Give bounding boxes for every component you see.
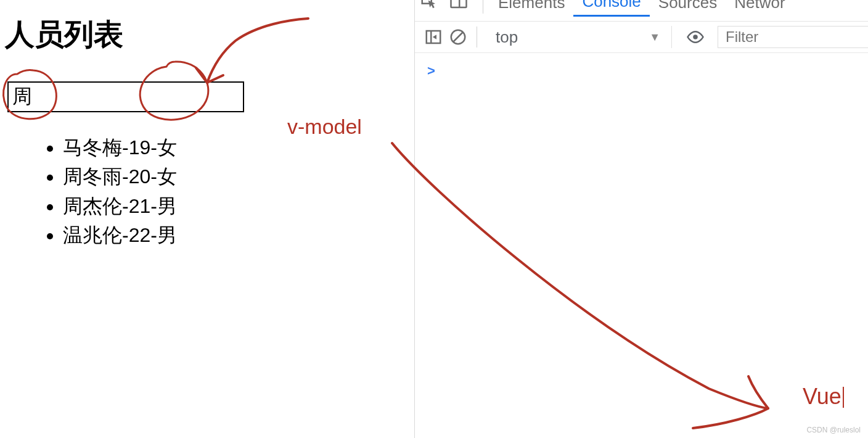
annotation-vue-text: Vue [803, 384, 844, 410]
tab-network[interactable]: Networ [726, 0, 793, 16]
filter-input-wrapper [7, 81, 244, 112]
separator [477, 27, 477, 48]
inspect-element-icon[interactable] [420, 0, 438, 15]
svg-point-4 [693, 35, 698, 39]
console-filter-input[interactable] [726, 28, 861, 46]
tab-elements[interactable]: Elements [489, 0, 573, 16]
page-title: 人员列表 [5, 15, 123, 54]
clear-console-icon[interactable] [446, 25, 470, 49]
tab-sources[interactable]: Sources [650, 0, 726, 16]
devtools-tab-bar: Elements Console Sources Networ [415, 0, 868, 19]
list-item: 周冬雨-20-女 [63, 162, 177, 191]
tab-console[interactable]: Console [573, 0, 649, 17]
execution-context-select[interactable]: top ▼ [487, 26, 672, 48]
person-list: 马冬梅-19-女 周冬雨-20-女 周杰伦-21-男 温兆伦-22-男 [38, 133, 177, 250]
chevron-down-icon: ▼ [649, 31, 660, 44]
watermark: CSDN @ruleslol [806, 426, 861, 434]
toggle-sidebar-icon[interactable] [421, 25, 446, 49]
list-item: 周杰伦-21-男 [63, 192, 177, 221]
console-body[interactable]: > [415, 54, 868, 438]
rendered-page: 人员列表 马冬梅-19-女 周冬雨-20-女 周杰伦-21-男 温兆伦-22-男 [0, 0, 413, 438]
toggle-device-icon[interactable] [449, 0, 468, 15]
live-expression-icon[interactable] [683, 25, 708, 49]
devtools-panel: Elements Console Sources Networ top ▼ > [414, 0, 868, 438]
separator [483, 0, 483, 14]
list-item: 马冬梅-19-女 [63, 133, 177, 162]
context-label: top [496, 28, 518, 47]
console-filter-field[interactable] [718, 26, 868, 48]
svg-rect-1 [459, 0, 466, 7]
filter-input[interactable] [9, 83, 243, 111]
console-prompt-icon: > [427, 63, 435, 79]
list-item: 温兆伦-22-男 [63, 221, 177, 250]
annotation-vmodel-text: v-model [287, 115, 362, 139]
console-toolbar: top ▼ [415, 21, 868, 53]
